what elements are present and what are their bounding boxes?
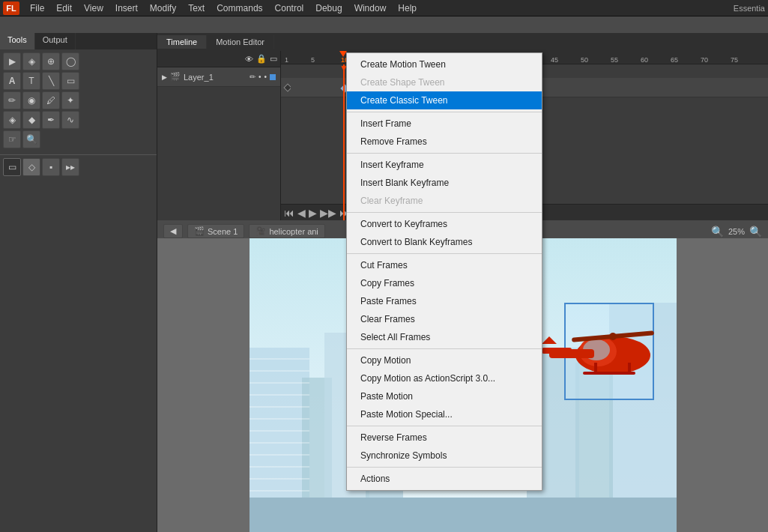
cm-insert-blank-keyframe[interactable]: Insert Blank Keyframe xyxy=(347,174,542,192)
line-tool[interactable]: ╲ xyxy=(42,72,60,90)
tab-timeline[interactable]: Timeline xyxy=(157,35,207,49)
menu-debug[interactable]: Debug xyxy=(309,1,348,15)
snap-to-objects[interactable]: ▸▸ xyxy=(61,158,79,176)
eraser-tool[interactable]: ∿ xyxy=(61,111,79,129)
play[interactable]: ▶ xyxy=(309,207,317,219)
cm-convert-to-blank-keyframes[interactable]: Convert to Blank Keyframes xyxy=(347,233,542,251)
tab-motion-editor[interactable]: Motion Editor xyxy=(207,35,274,49)
layer-row[interactable]: ▶ 🎬 Layer_1 ✏ • • xyxy=(157,67,280,87)
stroke-color[interactable]: ▭ xyxy=(3,158,21,176)
ruler-mark-75: 75 xyxy=(731,56,738,64)
cm-insert-keyframe[interactable]: Insert Keyframe xyxy=(347,156,542,174)
cm-paste-motion[interactable]: Paste Motion xyxy=(347,387,542,405)
swap-colors[interactable]: ▪ xyxy=(42,158,60,176)
menu-view[interactable]: View xyxy=(78,1,109,15)
back-button[interactable]: ◀ xyxy=(163,224,183,238)
ruler-mark-70: 70 xyxy=(701,56,708,64)
zoom-level: 25% xyxy=(728,227,745,236)
cm-reverse-frames[interactable]: Reverse Frames xyxy=(347,429,542,447)
cm-select-all-frames[interactable]: Select All Frames xyxy=(347,328,542,346)
subselect-tool[interactable]: ◈ xyxy=(22,52,40,70)
cm-create-classic-tween[interactable]: Create Classic Tween xyxy=(347,91,542,109)
eye-icon[interactable]: 👁 xyxy=(245,55,253,64)
selection-tool[interactable]: ▶ xyxy=(3,52,21,70)
cm-clear-keyframe: Clear Keyframe xyxy=(347,192,542,210)
menu-commands[interactable]: Commands xyxy=(211,1,268,15)
brush-tool[interactable]: ◉ xyxy=(22,91,40,109)
cm-insert-frame[interactable]: Insert Frame xyxy=(347,115,542,133)
layer-name: Layer_1 xyxy=(184,73,214,82)
outline-layer-icon[interactable] xyxy=(270,74,276,80)
ruler-mark-60: 60 xyxy=(641,56,648,64)
paint-tool[interactable]: 🖊 xyxy=(42,91,60,109)
step-forward[interactable]: ▶▶ xyxy=(320,207,336,219)
cm-convert-to-keyframes[interactable]: Convert to Keyframes xyxy=(347,215,542,233)
lock-layer-icon[interactable]: • xyxy=(264,73,267,81)
menu-modify[interactable]: Modify xyxy=(144,1,182,15)
svg-rect-4 xyxy=(549,349,594,358)
cm-paste-frames[interactable]: Paste Frames xyxy=(347,292,542,310)
cm-sep-1 xyxy=(347,112,542,112)
pencil-tool[interactable]: ✏ xyxy=(3,91,21,109)
ink-bottle-tool[interactable]: ✒ xyxy=(42,111,60,129)
cm-synchronize-symbols[interactable]: Synchronize Symbols xyxy=(347,447,542,465)
scene-button[interactable]: 🎬 Scene 1 xyxy=(187,224,244,238)
type-tool[interactable]: T xyxy=(22,72,40,90)
menu-insert[interactable]: Insert xyxy=(109,1,144,15)
cm-sep-4 xyxy=(347,253,542,254)
ruler-mark-45: 45 xyxy=(551,56,558,64)
tools-panel: Tools Output ▶ ◈ ⊕ ◯ A T ╲ ▭ ✏ ◉ 🖊 ✦ ◈ ◆… xyxy=(0,33,157,532)
go-to-first-frame[interactable]: ⏮ xyxy=(284,207,294,219)
ruler-mark-55: 55 xyxy=(611,56,618,64)
playhead[interactable] xyxy=(343,64,345,220)
menu-window[interactable]: Window xyxy=(348,1,393,15)
essential-label: Essentia xyxy=(734,4,765,13)
free-transform-tool[interactable]: ⊕ xyxy=(42,52,60,70)
cm-create-motion-tween[interactable]: Create Motion Tween xyxy=(347,55,542,73)
cm-copy-frames[interactable]: Copy Frames xyxy=(347,274,542,292)
cm-sep-3 xyxy=(347,212,542,213)
cm-clear-frames[interactable]: Clear Frames xyxy=(347,310,542,328)
fill-color[interactable]: ◇ xyxy=(22,158,40,176)
cm-copy-motion-as[interactable]: Copy Motion as ActionScript 3.0... xyxy=(347,369,542,387)
pencil-icon: ✏ xyxy=(250,73,256,81)
menu-file[interactable]: File xyxy=(24,1,50,15)
cm-paste-motion-special[interactable]: Paste Motion Special... xyxy=(347,405,542,423)
tool-row-4: ◈ ◆ ✒ ∿ xyxy=(3,111,154,129)
zoom-in-icon[interactable]: 🔍 xyxy=(749,226,762,238)
lock-icon[interactable]: 🔒 xyxy=(256,54,267,64)
tab-tools[interactable]: Tools xyxy=(0,33,35,49)
ground xyxy=(250,498,677,532)
tools-bottom: ▭ ◇ ▪ ▸▸ xyxy=(0,154,157,179)
menu-help[interactable]: Help xyxy=(392,1,423,15)
zoom-tool[interactable]: 🔍 xyxy=(22,130,40,148)
zoom-out-icon[interactable]: 🔍 xyxy=(711,226,724,238)
zoom-info: 🔍 25% 🔍 xyxy=(711,226,762,238)
scene-label: Scene 1 xyxy=(208,227,238,236)
file-button[interactable]: 🎥 helicopter ani xyxy=(249,224,324,238)
eye-layer-icon[interactable]: • xyxy=(258,73,261,81)
tab-output[interactable]: Output xyxy=(35,33,76,49)
step-back[interactable]: ◀ xyxy=(297,207,306,219)
eyedropper-tool[interactable]: ◈ xyxy=(3,111,21,129)
bone-tool[interactable]: ✦ xyxy=(61,91,79,109)
cm-remove-frames[interactable]: Remove Frames xyxy=(347,133,542,151)
menu-edit[interactable]: Edit xyxy=(50,1,78,15)
helicopter-svg xyxy=(538,303,658,393)
cm-actions[interactable]: Actions xyxy=(347,470,542,488)
hand-tool[interactable]: ☞ xyxy=(3,130,21,148)
menu-text[interactable]: Text xyxy=(182,1,211,15)
tool-row-1: ▶ ◈ ⊕ ◯ xyxy=(3,52,154,70)
rectangle-tool[interactable]: ▭ xyxy=(61,72,79,90)
outline-icon[interactable]: ▭ xyxy=(270,54,277,64)
cm-copy-motion[interactable]: Copy Motion xyxy=(347,351,542,369)
cm-cut-frames[interactable]: Cut Frames xyxy=(347,256,542,274)
paint-bucket-tool[interactable]: ◆ xyxy=(22,111,40,129)
tools-tab-bar: Tools Output xyxy=(0,33,157,49)
lasso-tool[interactable]: ◯ xyxy=(61,52,79,70)
cm-create-shape-tween: Create Shape Tween xyxy=(347,73,542,91)
text-tool[interactable]: A xyxy=(3,72,21,90)
menu-control[interactable]: Control xyxy=(269,1,310,15)
building-windows-1 xyxy=(250,348,309,498)
ruler-mark-5: 5 xyxy=(311,56,315,64)
